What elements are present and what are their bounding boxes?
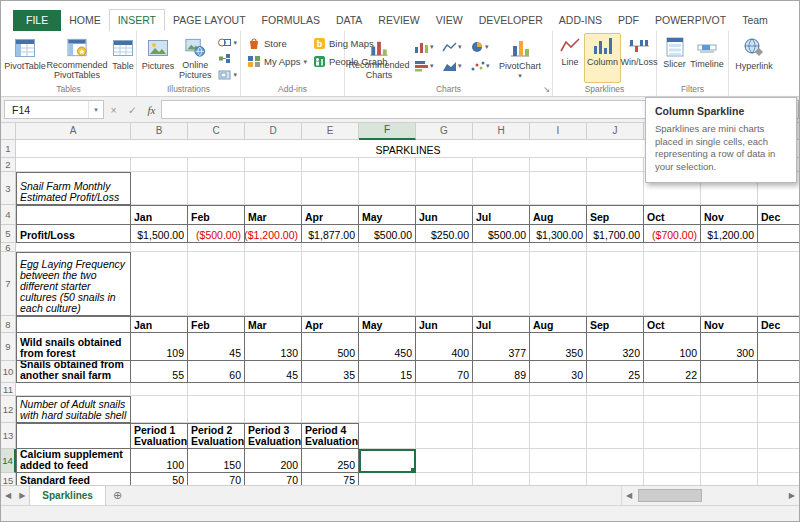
recommended-pivottables-button[interactable]: Recommended PivotTables: [46, 33, 108, 83]
cell-F5[interactable]: $500.00: [359, 225, 416, 243]
pivottable-button[interactable]: PivotTable: [4, 33, 46, 83]
shapes-button[interactable]: ▾: [215, 36, 241, 49]
cell-K8[interactable]: Oct: [644, 316, 701, 333]
cell-F6[interactable]: [359, 243, 416, 252]
cell-A15[interactable]: Standard feed: [16, 473, 131, 485]
cell-D14[interactable]: 200: [245, 449, 302, 473]
ribbon-tab-pdf[interactable]: PDF: [610, 10, 647, 31]
cell-G2[interactable]: [416, 158, 473, 172]
cell-G4[interactable]: Jun: [416, 205, 473, 225]
cell-G6[interactable]: [416, 243, 473, 252]
cell-C6[interactable]: [188, 243, 245, 252]
column-header-C[interactable]: C: [188, 123, 245, 140]
cell-A7[interactable]: Egg Laying Frequency between the two dif…: [16, 252, 131, 316]
cell-J14[interactable]: [587, 449, 644, 473]
scroll-left-icon[interactable]: ◀: [622, 491, 636, 500]
cell-J10[interactable]: 25: [587, 361, 644, 383]
cell-A14[interactable]: Calcium supplement added to feed: [16, 449, 131, 473]
cell-D10[interactable]: 45: [245, 361, 302, 383]
cell-L9[interactable]: 300: [701, 333, 758, 361]
charts-dialog-launcher-icon[interactable]: ↘: [543, 84, 550, 96]
store-button[interactable]: Store: [244, 36, 310, 51]
cell-H7[interactable]: [473, 252, 530, 316]
cell-J12[interactable]: [587, 396, 644, 423]
cell-A12[interactable]: Number of Adult snails with hard suitabl…: [16, 396, 131, 423]
column-header-H[interactable]: H: [473, 123, 530, 140]
cell-E9[interactable]: 500: [302, 333, 359, 361]
row-header-9[interactable]: 9: [1, 333, 16, 361]
table-button[interactable]: Table: [108, 33, 138, 83]
select-all-corner[interactable]: [1, 123, 16, 140]
cell-J15[interactable]: [587, 473, 644, 485]
cell-A9[interactable]: Wild snails obtained from forest: [16, 333, 131, 361]
insert-bar-chart-button[interactable]: ▾: [412, 57, 438, 74]
cell-H12[interactable]: [473, 396, 530, 423]
slicer-button[interactable]: Slicer: [660, 33, 689, 83]
cell-D5[interactable]: ($1,200.00): [245, 225, 302, 243]
cell-B13[interactable]: Period 1 Evaluation: [131, 423, 188, 449]
row-header-3[interactable]: 3: [1, 172, 16, 205]
cell-A3[interactable]: Snail Farm Monthly Estimated Profit/Loss: [16, 172, 131, 205]
cell-F4[interactable]: May: [359, 205, 416, 225]
cell-B6[interactable]: [131, 243, 188, 252]
column-header-J[interactable]: J: [587, 123, 644, 140]
cell-I8[interactable]: Aug: [530, 316, 587, 333]
cell-L14[interactable]: [701, 449, 758, 473]
cell-B9[interactable]: 109: [131, 333, 188, 361]
ribbon-tab-data[interactable]: DATA: [328, 10, 370, 31]
cell-K6[interactable]: [644, 243, 701, 252]
column-header-B[interactable]: B: [131, 123, 188, 140]
column-header-A[interactable]: A: [16, 123, 131, 140]
cell-C12[interactable]: [188, 396, 245, 423]
cell-G3[interactable]: [416, 172, 473, 205]
cell-C14[interactable]: 150: [188, 449, 245, 473]
ribbon-tab-file[interactable]: FILE: [13, 10, 61, 31]
cell-H5[interactable]: $500.00: [473, 225, 530, 243]
cell-J6[interactable]: [587, 243, 644, 252]
cell-H6[interactable]: [473, 243, 530, 252]
cell-I10[interactable]: 30: [530, 361, 587, 383]
cell-H14[interactable]: [473, 449, 530, 473]
row-header-1[interactable]: 1: [1, 140, 16, 158]
scroll-right-icon[interactable]: ▶: [785, 491, 799, 500]
cell-L10[interactable]: [701, 361, 758, 383]
cell-F15[interactable]: [359, 473, 416, 485]
cell-M4[interactable]: Dec: [758, 205, 799, 225]
pictures-button[interactable]: Pictures: [140, 33, 176, 83]
screenshot-button[interactable]: ▾: [215, 68, 241, 81]
column-header-E[interactable]: E: [302, 123, 359, 140]
cell-C15[interactable]: 70: [188, 473, 245, 485]
cell-E13[interactable]: Period 4 Evaluation: [302, 423, 359, 449]
row-header-13[interactable]: 13: [1, 423, 16, 449]
row-header-14[interactable]: 14: [1, 449, 16, 473]
cell-I9[interactable]: 350: [530, 333, 587, 361]
cell-B5[interactable]: $1,500.00: [131, 225, 188, 243]
cell-E3[interactable]: [302, 172, 359, 205]
cell-I11[interactable]: [530, 383, 587, 396]
cell-G9[interactable]: 400: [416, 333, 473, 361]
cell-M11[interactable]: [758, 383, 799, 396]
cell-G12[interactable]: [416, 396, 473, 423]
cell-F7[interactable]: [359, 252, 416, 316]
cell-H8[interactable]: Jul: [473, 316, 530, 333]
cell-D12[interactable]: [245, 396, 302, 423]
cell-M6[interactable]: [758, 243, 799, 252]
cell-E12[interactable]: [302, 396, 359, 423]
insert-function-icon[interactable]: fx: [142, 104, 161, 116]
ribbon-tab-page-layout[interactable]: PAGE LAYOUT: [165, 10, 254, 31]
cell-J2[interactable]: [587, 158, 644, 172]
cell-M13[interactable]: [758, 423, 799, 449]
row-header-15[interactable]: 15: [1, 473, 16, 485]
recommended-charts-button[interactable]: Recommended Charts: [348, 33, 410, 83]
name-box-dropdown-icon[interactable]: ▾: [88, 101, 103, 118]
cell-A5[interactable]: Profit/Loss: [16, 225, 131, 243]
cell-B2[interactable]: [131, 158, 188, 172]
cell-A13[interactable]: [16, 423, 131, 449]
cell-G7[interactable]: [416, 252, 473, 316]
my-apps-button[interactable]: My Apps ▾: [244, 54, 310, 69]
sheet-nav-left-icon[interactable]: ◀: [1, 491, 15, 500]
ribbon-tab-insert[interactable]: INSERT: [109, 9, 165, 32]
ribbon-tab-developer[interactable]: DEVELOPER: [471, 10, 551, 31]
cell-L7[interactable]: [701, 252, 758, 316]
row-header-7[interactable]: 7: [1, 252, 16, 316]
